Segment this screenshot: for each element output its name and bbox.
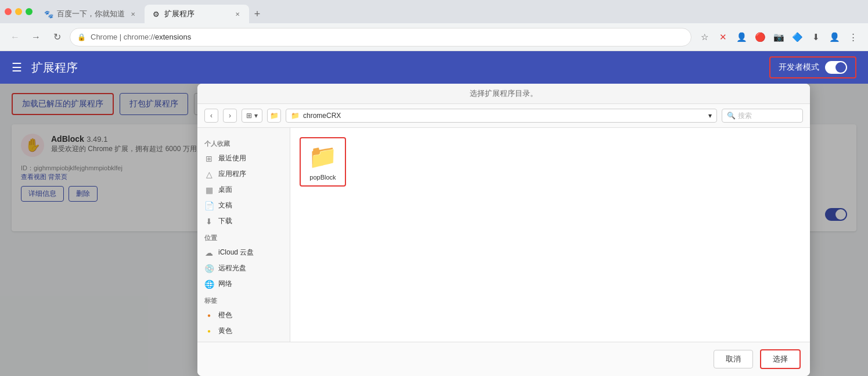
sidebar-item-icloud-label: iCloud 云盘 bbox=[218, 248, 254, 257]
yellow-tag-icon: ● bbox=[204, 328, 214, 334]
documents-icon: 📄 bbox=[204, 201, 214, 210]
page-title: 扩展程序 bbox=[31, 60, 78, 76]
back-button[interactable]: ← bbox=[7, 29, 23, 45]
sidebar-item-downloads[interactable]: ⬇ 下载 bbox=[197, 213, 290, 229]
dialog-view-button[interactable]: ⊞ ▾ bbox=[242, 109, 262, 123]
desktop-icon: ▦ bbox=[204, 185, 214, 195]
sidebar-toggle-button[interactable]: ☰ bbox=[12, 60, 22, 74]
sidebar-section-tags: 标签 bbox=[197, 294, 290, 307]
sidebar-item-remote-disc[interactable]: 💿 远程光盘 bbox=[197, 260, 290, 276]
extension-body: 加载已解压的扩展程序 打包扩展程序 更新 ✋ AdBlock 3. bbox=[0, 84, 868, 376]
dev-mode-area: 开发者模式 bbox=[769, 56, 856, 78]
sidebar-section-locations: 位置 bbox=[197, 231, 290, 245]
sidebar-item-downloads-label: 下载 bbox=[218, 216, 232, 226]
browser-frame: 🐾 百度一下，你就知道 ✕ ⚙ 扩展程序 ✕ + ← → ↻ 🔒 Chrome … bbox=[0, 0, 868, 376]
tab-favicon-baidu: 🐾 bbox=[44, 9, 53, 19]
forward-button[interactable]: → bbox=[28, 29, 44, 45]
close-icon[interactable]: ✕ bbox=[715, 29, 731, 45]
screenshot-icon[interactable]: 📷 bbox=[770, 29, 787, 45]
toolbar-action-icons: ☆ ✕ 👤 🔴 📷 🔷 ⬇ 👤 ⋮ bbox=[696, 29, 861, 45]
sidebar-item-network[interactable]: 🌐 网络 bbox=[197, 276, 290, 292]
search-placeholder-text: 搜索 bbox=[738, 111, 752, 121]
location-dropdown-icon: ▾ bbox=[708, 112, 712, 120]
address-url: Chrome | chrome://extensions bbox=[91, 33, 191, 41]
dialog-back-button[interactable]: ‹ bbox=[204, 109, 218, 123]
more-menu-icon[interactable]: ⋮ bbox=[845, 29, 861, 45]
dialog-footer: 取消 选择 bbox=[197, 342, 810, 376]
dialog-main-area: 📁 popBlock bbox=[290, 128, 810, 342]
dialog-new-folder-button[interactable]: 📁 bbox=[267, 109, 281, 123]
file-dialog: 选择扩展程序目录。 ‹ › ⊞ ▾ 📁 📁 chromeCRX ▾ bbox=[197, 84, 810, 376]
new-tab-button[interactable]: + bbox=[249, 6, 265, 22]
browser-toolbar: ← → ↻ 🔒 Chrome | chrome://extensions ☆ ✕… bbox=[0, 23, 868, 51]
sidebar-item-yellow-label: 黄色 bbox=[218, 326, 232, 336]
sidebar-item-recent-label: 最近使用 bbox=[218, 153, 246, 163]
extension-header: ☰ 扩展程序 开发者模式 bbox=[0, 51, 868, 84]
dialog-body: 个人收藏 ⊞ 最近使用 △ 应用程序 ▦ 桌面 bbox=[197, 128, 810, 342]
address-bar[interactable]: 🔒 Chrome | chrome://extensions bbox=[70, 28, 691, 46]
sidebar-item-apps-label: 应用程序 bbox=[218, 169, 246, 179]
bookmark-icon[interactable]: ☆ bbox=[696, 29, 712, 45]
maximize-window-button[interactable] bbox=[26, 8, 33, 15]
url-host-part: Chrome | chrome:// bbox=[91, 33, 155, 41]
tab-close-extensions[interactable]: ✕ bbox=[233, 9, 242, 19]
dialog-title: 选择扩展程序目录。 bbox=[197, 84, 810, 104]
dialog-sidebar: 个人收藏 ⊞ 最近使用 △ 应用程序 ▦ 桌面 bbox=[197, 128, 290, 342]
popblock-folder-name: popBlock bbox=[309, 174, 336, 181]
dialog-select-button[interactable]: 选择 bbox=[760, 349, 801, 369]
popblock-folder[interactable]: 📁 popBlock bbox=[300, 137, 346, 187]
tab-baidu[interactable]: 🐾 百度一下，你就知道 ✕ bbox=[37, 5, 145, 23]
dev-mode-label: 开发者模式 bbox=[779, 62, 819, 73]
sidebar-item-apps[interactable]: △ 应用程序 bbox=[197, 166, 290, 182]
tab-label-extensions: 扩展程序 bbox=[164, 9, 195, 19]
profile-icon[interactable]: 👤 bbox=[826, 29, 842, 45]
downloads-icon: ⬇ bbox=[204, 217, 214, 226]
remote-disc-icon: 💿 bbox=[204, 264, 214, 273]
sidebar-item-remote-label: 远程光盘 bbox=[218, 263, 246, 273]
icloud-icon: ☁ bbox=[204, 248, 214, 257]
sidebar-item-recent[interactable]: ⊞ 最近使用 bbox=[197, 151, 290, 166]
network-icon: 🌐 bbox=[204, 280, 214, 289]
tab-label-baidu: 百度一下，你就知道 bbox=[57, 9, 125, 19]
location-text: chromeCRX bbox=[303, 112, 341, 120]
title-bar: 🐾 百度一下，你就知道 ✕ ⚙ 扩展程序 ✕ + bbox=[0, 0, 868, 23]
sidebar-item-icloud[interactable]: ☁ iCloud 云盘 bbox=[197, 245, 290, 260]
tab-bar: 🐾 百度一下，你就知道 ✕ ⚙ 扩展程序 ✕ + bbox=[37, 0, 868, 23]
sidebar-item-documents[interactable]: 📄 文稿 bbox=[197, 198, 290, 213]
sidebar-item-orange-label: 橙色 bbox=[218, 310, 232, 320]
tab-extensions[interactable]: ⚙ 扩展程序 ✕ bbox=[145, 5, 249, 23]
sidebar-item-desktop-label: 桌面 bbox=[218, 185, 232, 195]
sidebar-item-desktop[interactable]: ▦ 桌面 bbox=[197, 182, 290, 198]
cast-icon[interactable]: 👤 bbox=[733, 29, 750, 45]
page-content: ☰ 扩展程序 开发者模式 加载已解压的扩展程序 打包扩展程序 更新 bbox=[0, 51, 868, 376]
download-icon[interactable]: ⬇ bbox=[808, 29, 824, 45]
dialog-location-bar[interactable]: 📁 chromeCRX ▾ bbox=[286, 109, 717, 123]
sidebar-item-yellow[interactable]: ● 黄色 bbox=[197, 323, 290, 339]
dialog-search-bar[interactable]: 🔍 搜索 bbox=[722, 109, 803, 123]
tab-close-baidu[interactable]: ✕ bbox=[128, 9, 138, 19]
refresh-button[interactable]: ↻ bbox=[49, 29, 65, 45]
dialog-forward-button[interactable]: › bbox=[223, 109, 237, 123]
search-icon: 🔍 bbox=[727, 112, 736, 120]
sidebar-item-orange[interactable]: ● 橙色 bbox=[197, 307, 290, 323]
minimize-window-button[interactable] bbox=[15, 8, 22, 15]
location-folder-icon: 📁 bbox=[291, 112, 300, 120]
sidebar-item-network-label: 网络 bbox=[218, 279, 232, 289]
extension1-icon[interactable]: 🔷 bbox=[789, 29, 805, 45]
traffic-lights bbox=[0, 0, 37, 23]
sidebar-item-documents-label: 文稿 bbox=[218, 200, 232, 210]
apps-icon: △ bbox=[204, 170, 214, 179]
dialog-overlay: 选择扩展程序目录。 ‹ › ⊞ ▾ 📁 📁 chromeCRX ▾ bbox=[0, 84, 868, 376]
dialog-cancel-button[interactable]: 取消 bbox=[714, 350, 753, 368]
dialog-toolbar: ‹ › ⊞ ▾ 📁 📁 chromeCRX ▾ 🔍 搜索 bbox=[197, 104, 810, 128]
popblock-folder-icon: 📁 bbox=[308, 143, 337, 170]
close-window-button[interactable] bbox=[5, 8, 12, 15]
url-path-part: extensions bbox=[155, 33, 191, 41]
orange-tag-icon: ● bbox=[204, 312, 214, 318]
adblock-icon[interactable]: 🔴 bbox=[752, 29, 768, 45]
sidebar-section-favorites: 个人收藏 bbox=[197, 137, 290, 151]
tab-favicon-extensions: ⚙ bbox=[152, 9, 161, 19]
recent-icon: ⊞ bbox=[204, 154, 214, 163]
secure-icon: 🔒 bbox=[77, 33, 86, 41]
dev-mode-toggle[interactable] bbox=[825, 61, 847, 74]
